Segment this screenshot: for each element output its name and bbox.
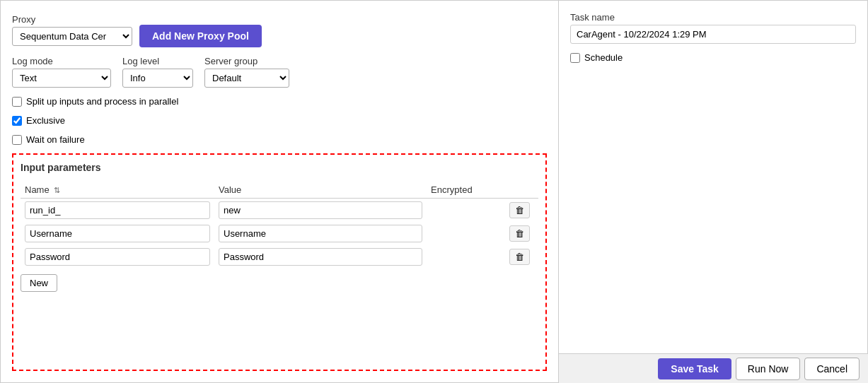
col-header-action bbox=[500, 182, 538, 199]
param-encrypted-cell bbox=[427, 222, 500, 245]
new-param-button[interactable]: New bbox=[21, 274, 57, 292]
right-panel: Task name Schedule bbox=[559, 0, 868, 383]
proxy-field: Proxy Sequentum Data Cer bbox=[12, 14, 132, 46]
delete-row-button-2[interactable]: 🗑 bbox=[509, 249, 530, 265]
table-row: 🗑 bbox=[21, 222, 538, 245]
log-mode-field: Log mode Text HTML None bbox=[12, 56, 111, 88]
wait-failure-label: Wait on failure bbox=[26, 134, 85, 145]
table-row: 🗑 bbox=[21, 245, 538, 269]
left-panel: Proxy Sequentum Data Cer Add New Proxy P… bbox=[0, 0, 559, 383]
split-parallel-label: Split up inputs and process in parallel bbox=[26, 96, 178, 107]
param-encrypted-cell bbox=[427, 245, 500, 269]
log-mode-select[interactable]: Text HTML None bbox=[12, 69, 111, 88]
wait-failure-row: Wait on failure bbox=[12, 134, 547, 145]
cancel-button[interactable]: Cancel bbox=[804, 358, 860, 380]
footer: Save Task Run Now Cancel bbox=[559, 353, 868, 383]
col-header-name: Name ⇅ bbox=[21, 182, 214, 199]
proxy-label: Proxy bbox=[12, 14, 132, 25]
proxy-select[interactable]: Sequentum Data Cer bbox=[12, 27, 132, 46]
param-value-cell bbox=[214, 222, 427, 245]
add-pool-wrapper: Add New Proxy Pool bbox=[139, 25, 262, 47]
col-header-encrypted: Encrypted bbox=[427, 182, 500, 199]
task-name-field: Task name bbox=[570, 12, 856, 44]
param-delete-cell: 🗑 bbox=[500, 222, 538, 245]
add-pool-button[interactable]: Add New Proxy Pool bbox=[139, 25, 262, 47]
wait-failure-checkbox[interactable] bbox=[12, 135, 22, 145]
param-value-input-1[interactable] bbox=[219, 225, 422, 242]
save-task-button[interactable]: Save Task bbox=[658, 358, 731, 379]
input-params-section: Input parameters Name ⇅ Value Encrypted bbox=[12, 153, 547, 371]
param-name-input-2[interactable] bbox=[25, 248, 210, 266]
schedule-label: Schedule bbox=[584, 52, 623, 63]
log-level-select[interactable]: Debug Info Warning Error bbox=[122, 69, 193, 88]
param-name-cell bbox=[21, 222, 214, 245]
task-name-label: Task name bbox=[570, 12, 856, 23]
param-value-input-0[interactable] bbox=[219, 201, 422, 219]
split-parallel-checkbox[interactable] bbox=[12, 97, 22, 107]
delete-row-button-0[interactable]: 🗑 bbox=[509, 202, 530, 218]
table-row: 🗑 bbox=[21, 199, 538, 223]
param-name-cell bbox=[21, 245, 214, 269]
param-delete-cell: 🗑 bbox=[500, 245, 538, 269]
param-name-cell bbox=[21, 199, 214, 223]
server-group-field: Server group Default Group A Group B bbox=[204, 56, 289, 88]
exclusive-label: Exclusive bbox=[26, 115, 65, 126]
params-table: Name ⇅ Value Encrypted bbox=[21, 182, 538, 269]
param-value-cell bbox=[214, 245, 427, 269]
server-group-label: Server group bbox=[204, 56, 289, 66]
task-name-input[interactable] bbox=[570, 25, 856, 44]
delete-row-button-1[interactable]: 🗑 bbox=[509, 225, 530, 242]
col-header-value: Value bbox=[214, 182, 427, 199]
param-value-input-2[interactable] bbox=[219, 248, 422, 266]
log-level-field: Log level Debug Info Warning Error bbox=[122, 56, 193, 88]
param-encrypted-cell bbox=[427, 199, 500, 223]
log-level-label: Log level bbox=[122, 56, 193, 66]
split-parallel-row: Split up inputs and process in parallel bbox=[12, 96, 547, 107]
log-mode-label: Log mode bbox=[12, 56, 111, 66]
run-now-button[interactable]: Run Now bbox=[736, 358, 801, 380]
input-params-title: Input parameters bbox=[21, 162, 538, 173]
param-value-cell bbox=[214, 199, 427, 223]
sort-icon: ⇅ bbox=[54, 186, 60, 195]
param-name-input-1[interactable] bbox=[25, 225, 210, 242]
server-group-select[interactable]: Default Group A Group B bbox=[204, 69, 289, 88]
exclusive-checkbox[interactable] bbox=[12, 116, 22, 126]
schedule-checkbox[interactable] bbox=[570, 53, 580, 63]
param-name-input-0[interactable] bbox=[25, 201, 210, 219]
proxy-row: Proxy Sequentum Data Cer Add New Proxy P… bbox=[12, 12, 547, 47]
exclusive-row: Exclusive bbox=[12, 115, 547, 126]
main-container: Proxy Sequentum Data Cer Add New Proxy P… bbox=[0, 0, 868, 383]
schedule-row: Schedule bbox=[570, 52, 856, 63]
param-delete-cell: 🗑 bbox=[500, 199, 538, 223]
log-group: Log mode Text HTML None Log level Debug … bbox=[12, 56, 547, 88]
